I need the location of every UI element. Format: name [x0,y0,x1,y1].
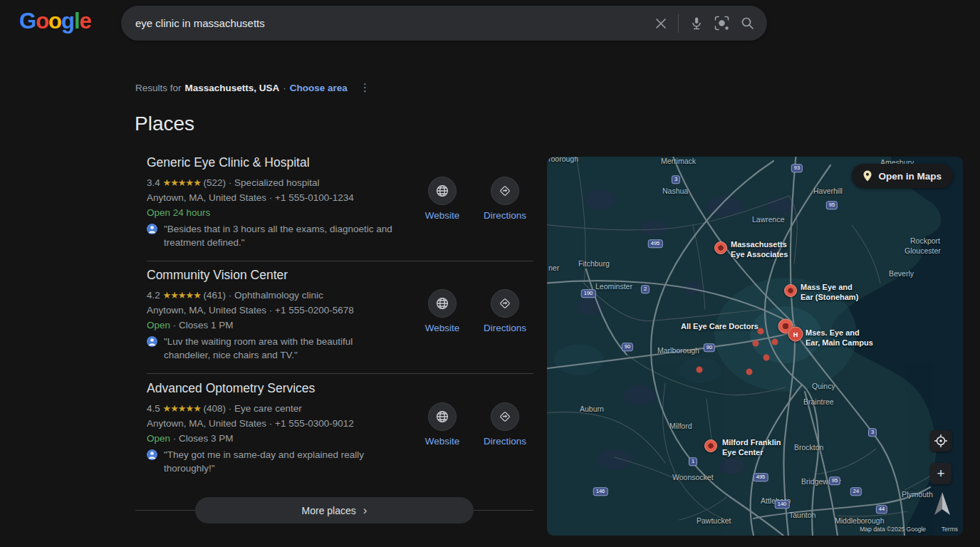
globe-icon [435,184,449,198]
review-text: "Luv the waiting room area with the beau… [164,335,400,362]
directions-button[interactable]: Directions [483,289,527,333]
review-count: (522) · Specialized hospital [204,177,320,188]
star-rating-icon: ★★★★★ [163,290,201,301]
rating-value: 4.5 [147,403,160,414]
place-review: "Luv the waiting room area with the beau… [147,335,535,362]
mic-icon[interactable] [690,16,703,31]
place-result: Advanced Optometry Services 4.5 ★★★★★ (4… [147,381,535,475]
place-address-row: Anytown, MA, United States · +1 555-0200… [147,303,535,318]
directions-icon [498,184,512,198]
review-text: "Besides that in 3 hours all the exams, … [164,222,400,249]
map-attribution: Map data ©2025 Google [860,526,926,533]
zoom-in-button[interactable]: + [930,463,952,484]
open-status: Open 24 hours [147,207,210,218]
rating-value: 4.2 [147,290,160,301]
directions-label: Directions [483,210,527,221]
separator-dot: · [283,83,286,93]
place-result: Generic Eye Clinic & Hospital 3.4 ★★★★★ … [147,155,535,249]
reviewer-avatar-icon [147,336,157,347]
compass-arrow-icon[interactable] [932,490,953,520]
list-divider [147,373,533,374]
map-terms-link[interactable]: Terms [942,526,958,533]
place-name[interactable]: Advanced Optometry Services [147,381,535,396]
review-count: (408) · Eye care center [204,403,302,414]
website-button[interactable]: Website [420,289,464,333]
website-button[interactable]: Website [420,402,464,447]
map-pin-icon [863,170,872,182]
choose-area-link[interactable]: Choose area [290,83,348,93]
clear-icon[interactable] [655,18,667,29]
place-review: "Besides that in 3 hours all the exams, … [147,222,535,249]
place-hours-row: Open 24 hours [147,205,535,220]
star-rating-icon: ★★★★★ [163,403,201,414]
place-rating-row: 4.2 ★★★★★ (461) · Ophthalmology clinic [147,288,535,303]
directions-label: Directions [483,436,527,447]
map-canvas [547,157,963,536]
closes-at: · Closes 3 PM [170,433,234,444]
open-in-maps-label: Open in Maps [878,171,942,182]
search-results-page: Google Results for Massachusetts, USA · … [0,0,980,547]
google-logo[interactable]: Google [19,9,91,34]
more-places-button[interactable]: More places › [195,497,474,523]
review-count: (461) · Ophthalmology clinic [204,290,323,301]
place-hours-row: Open · Closes 3 PM [147,431,535,446]
logo-letter: o [48,9,61,33]
review-text: "They got me in same-day and explained r… [164,448,400,475]
logo-letter: o [36,9,48,33]
list-divider [147,261,533,261]
globe-icon [435,410,449,424]
directions-icon [498,410,512,424]
overflow-menu-icon[interactable]: ⋮ [360,81,370,94]
results-for-label: Results for [135,83,182,93]
search-bar[interactable] [121,6,767,41]
lens-camera-icon[interactable] [714,16,729,31]
logo-letter: g [61,9,74,33]
searchbar-divider [678,14,679,33]
directions-icon [498,296,512,311]
places-heading: Places [135,113,194,135]
place-result: Community Vision Center 4.2 ★★★★★ (461) … [147,268,535,362]
directions-label: Directions [483,323,527,333]
logo-letter: e [80,9,91,33]
more-places-label: More places [302,505,356,516]
place-rating-row: 4.5 ★★★★★ (408) · Eye care center [147,401,535,416]
place-address-row: Anytown, MA, United States · +1 555-0300… [147,416,535,431]
directions-button[interactable]: Directions [483,402,527,447]
place-name[interactable]: Generic Eye Clinic & Hospital [147,155,535,170]
logo-letter: l [74,9,80,33]
place-name[interactable]: Community Vision Center [147,268,535,283]
rating-value: 3.4 [147,177,160,188]
website-button[interactable]: Website [420,177,464,221]
open-status: Open [147,433,170,444]
place-address-row: Anytown, MA, United States · +1 555-0100… [147,190,535,205]
closes-at: · Closes 1 PM [170,320,234,330]
star-rating-icon: ★★★★★ [163,177,201,188]
reviewer-avatar-icon [147,449,157,460]
map-panel[interactable]: rooroughMerrimackAmesburyNewburyNashuaHa… [547,157,963,536]
results-location-bar: Results for Massachusetts, USA · Choose … [135,81,370,94]
place-rating-row: 3.4 ★★★★★ (522) · Specialized hospital [147,175,535,190]
place-review: "They got me in same-day and explained r… [147,448,535,475]
logo-letter: G [19,9,36,33]
globe-icon [435,296,449,311]
chevron-right-icon: › [363,504,368,518]
open-status: Open [147,320,170,330]
reviewer-avatar-icon [147,224,157,234]
my-location-button[interactable] [930,430,952,452]
locate-icon [934,434,948,448]
website-label: Website [420,210,464,221]
search-icon[interactable] [741,16,754,30]
website-label: Website [420,323,464,333]
open-in-maps-button[interactable]: Open in Maps [852,164,953,188]
website-label: Website [420,436,464,447]
zoom-in-label: + [937,466,944,481]
results-location: Massachusetts, USA [185,83,280,93]
place-hours-row: Open · Closes 1 PM [147,318,535,333]
search-input[interactable] [134,16,655,30]
directions-button[interactable]: Directions [483,177,527,221]
